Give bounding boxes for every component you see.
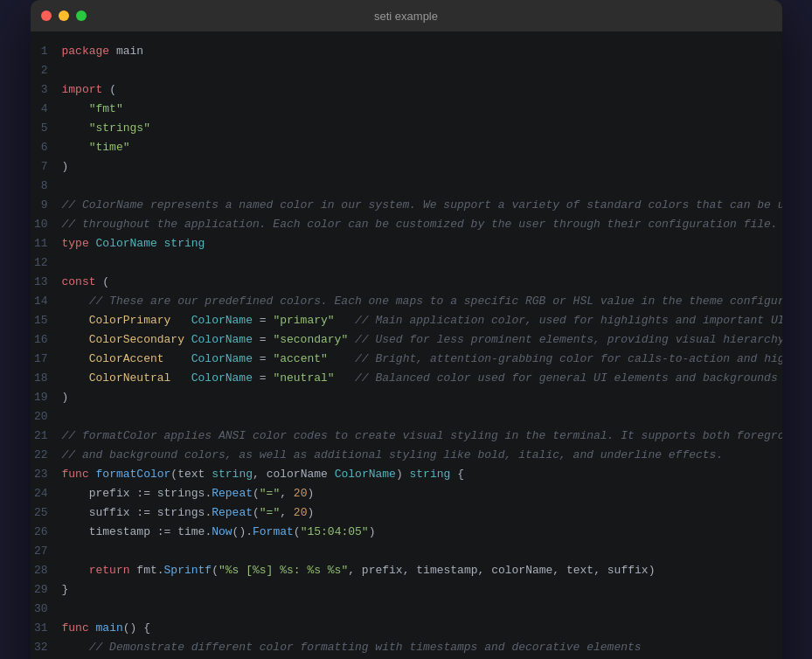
- code-line: 5 "strings": [31, 119, 782, 138]
- code-line: 22 // and background colors, as well as …: [31, 446, 782, 465]
- code-line: 10 // throughout the application. Each c…: [31, 215, 782, 234]
- code-line: 24 prefix := strings.Repeat("=", 20): [31, 484, 782, 503]
- editor-window: seti example 1 package main 2 3 import (…: [31, 0, 782, 659]
- code-line: 13 const (: [31, 273, 782, 292]
- code-line: 18 ColorNeutral ColorName = "neutral" //…: [31, 369, 782, 388]
- code-line: 20: [31, 407, 782, 427]
- maximize-button[interactable]: [76, 10, 87, 21]
- code-line: 15 ColorPrimary ColorName = "primary" //…: [31, 311, 782, 330]
- code-line: 8: [31, 177, 782, 196]
- window-title: seti example: [374, 10, 438, 23]
- code-line: 4 "fmt": [31, 100, 782, 119]
- code-line: 23 func formatColor(text string, colorNa…: [31, 465, 782, 484]
- titlebar: seti example: [31, 0, 782, 31]
- code-line: 27: [31, 542, 782, 561]
- code-line: 3 import (: [31, 80, 782, 100]
- code-line: 31 func main() {: [31, 619, 782, 638]
- code-line: 26 timestamp := time.Now().Format("15:04…: [31, 523, 782, 542]
- code-line: 7 ): [31, 157, 782, 177]
- code-line: 9 // ColorName represents a named color …: [31, 196, 782, 215]
- minimize-button[interactable]: [59, 10, 69, 21]
- code-line: 29 }: [31, 580, 782, 600]
- code-line: 25 suffix := strings.Repeat("=", 20): [31, 503, 782, 523]
- code-line: 11 type ColorName string: [31, 234, 782, 253]
- code-line: 14 // These are our predefined colors. E…: [31, 292, 782, 311]
- code-line: 30: [31, 600, 782, 619]
- code-line: 1 package main: [31, 42, 782, 61]
- code-line: 12: [31, 253, 782, 273]
- close-button[interactable]: [41, 10, 52, 21]
- code-line: 6 "time": [31, 138, 782, 157]
- code-line: 32 // Demonstrate different color format…: [31, 638, 782, 657]
- code-line: 16 ColorSecondary ColorName = "secondary…: [31, 330, 782, 350]
- code-line: 17 ColorAccent ColorName = "accent" // B…: [31, 350, 782, 369]
- code-line: 28 return fmt.Sprintf("%s [%s] %s: %s %s…: [31, 561, 782, 580]
- code-line: 19 ): [31, 388, 782, 407]
- code-line: 21 // formatColor applies ANSI color cod…: [31, 427, 782, 446]
- traffic-lights: [41, 10, 87, 21]
- code-editor: 1 package main 2 3 import ( 4 "fmt" 5 "s…: [31, 31, 782, 659]
- code-line: 2: [31, 61, 782, 80]
